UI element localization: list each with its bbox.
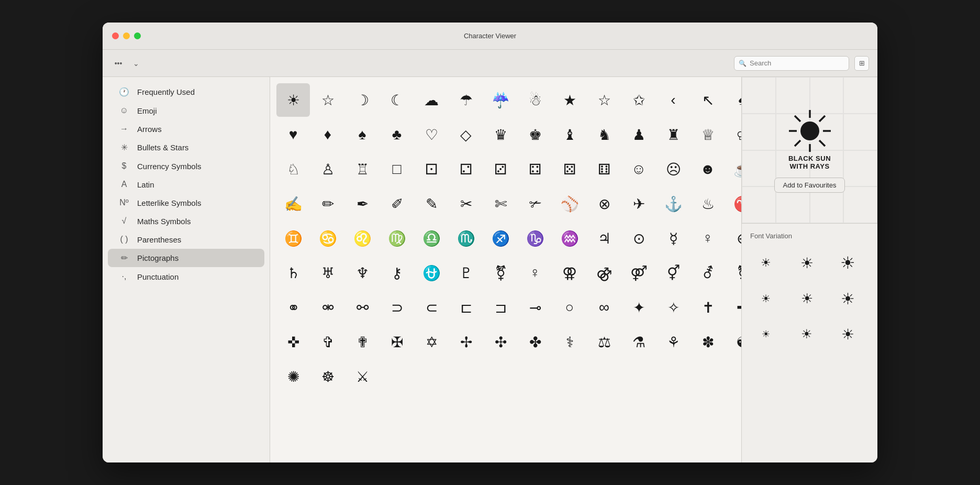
- char-cell[interactable]: ♅: [311, 256, 344, 290]
- char-cell[interactable]: ⚣: [587, 256, 621, 290]
- sidebar-item-pictographs[interactable]: ✏ Pictographs: [108, 249, 264, 267]
- char-cell[interactable]: ✦: [622, 291, 655, 324]
- char-cell[interactable]: ⚧: [484, 256, 517, 290]
- font-variation-item-3[interactable]: ☀: [750, 283, 782, 314]
- char-cell[interactable]: ♕: [691, 118, 725, 151]
- char-cell[interactable]: ○: [553, 291, 586, 324]
- char-cell[interactable]: ⚔: [346, 360, 379, 393]
- char-cell[interactable]: ⚖: [587, 325, 621, 359]
- char-cell[interactable]: ∞: [587, 291, 621, 324]
- char-cell[interactable]: ⊐: [484, 291, 517, 324]
- char-cell[interactable]: ⊗: [587, 187, 621, 221]
- char-cell[interactable]: ✎: [415, 187, 448, 221]
- chevron-button[interactable]: ⌄: [129, 56, 143, 71]
- char-cell[interactable]: ☿: [656, 222, 690, 255]
- char-cell[interactable]: ♊: [276, 222, 310, 255]
- char-cell[interactable]: ✺: [276, 360, 310, 393]
- char-cell[interactable]: ✈: [622, 187, 655, 221]
- char-cell[interactable]: ⚾: [553, 187, 586, 221]
- char-cell[interactable]: ☆: [311, 83, 344, 117]
- char-cell[interactable]: ♚: [518, 118, 552, 151]
- char-cell[interactable]: ⚢: [553, 256, 586, 290]
- char-cell[interactable]: ⚕: [553, 325, 586, 359]
- char-cell[interactable]: ⚄: [553, 152, 586, 186]
- char-cell[interactable]: ♙: [311, 152, 344, 186]
- char-cell[interactable]: ♀: [518, 256, 552, 290]
- more-button[interactable]: •••: [111, 56, 126, 71]
- char-cell[interactable]: ✂: [449, 187, 483, 221]
- char-cell[interactable]: ⚭: [276, 291, 310, 324]
- char-cell[interactable]: ♎: [415, 222, 448, 255]
- char-cell[interactable]: ♡: [415, 118, 448, 151]
- char-cell[interactable]: ‹: [656, 83, 690, 117]
- char-cell[interactable]: ⚁: [449, 152, 483, 186]
- char-cell[interactable]: ✜: [276, 325, 310, 359]
- char-cell[interactable]: ♟: [622, 118, 655, 151]
- char-cell[interactable]: ♨: [691, 187, 725, 221]
- sidebar-item-parentheses[interactable]: ( ) Parentheses: [108, 230, 264, 248]
- char-cell[interactable]: ⊃: [380, 291, 414, 324]
- char-cell[interactable]: ⚧: [726, 256, 741, 290]
- char-cell[interactable]: ⊏: [449, 291, 483, 324]
- char-cell[interactable]: ◇: [449, 118, 483, 151]
- char-cell[interactable]: ⛎: [415, 256, 448, 290]
- char-cell[interactable]: ✝: [691, 291, 725, 324]
- sidebar-item-frequently-used[interactable]: 🕐 Frequently Used: [108, 83, 264, 101]
- char-cell[interactable]: ⚀: [415, 152, 448, 186]
- char-cell[interactable]: ✐: [380, 187, 414, 221]
- font-variation-item-0[interactable]: ☀: [750, 247, 782, 279]
- char-cell[interactable]: ⊙: [622, 222, 655, 255]
- char-cell[interactable]: ↖: [691, 83, 725, 117]
- char-cell[interactable]: ☕: [726, 152, 741, 186]
- char-cell[interactable]: ✚: [726, 291, 741, 324]
- char-cell[interactable]: ⊕: [726, 222, 741, 255]
- char-cell[interactable]: ✧: [656, 291, 690, 324]
- char-cell[interactable]: ✣: [484, 325, 517, 359]
- maximize-button[interactable]: [134, 32, 141, 39]
- char-cell[interactable]: ✞: [311, 325, 344, 359]
- char-cell[interactable]: ✃: [518, 187, 552, 221]
- char-cell[interactable]: ✽: [691, 325, 725, 359]
- char-cell[interactable]: ☸: [311, 360, 344, 393]
- font-variation-item-7[interactable]: ☀: [791, 318, 822, 350]
- char-cell[interactable]: ♀: [691, 222, 725, 255]
- char-cell[interactable]: ☆: [587, 83, 621, 117]
- char-cell[interactable]: ⚅: [587, 152, 621, 186]
- char-cell[interactable]: ♏: [449, 222, 483, 255]
- char-grid-area[interactable]: ☀☆☽☾☁☂☔☃★☆✩‹↖♠♣♥♦♠♣♡◇♛♚♝♞♟♜♕♔♗♘♙♖□⚀⚁⚂⚃⚄⚅…: [270, 77, 741, 462]
- char-cell[interactable]: ☁: [415, 83, 448, 117]
- char-cell[interactable]: ⚓: [656, 187, 690, 221]
- font-variation-item-6[interactable]: ☀: [750, 318, 782, 350]
- sidebar-item-bullets-stars[interactable]: ✳ Bullets & Stars: [108, 138, 264, 157]
- char-cell[interactable]: ♌: [346, 222, 379, 255]
- char-cell[interactable]: ⚥: [656, 256, 690, 290]
- char-cell[interactable]: ♞: [587, 118, 621, 151]
- char-cell[interactable]: ♈: [726, 187, 741, 221]
- font-variation-item-2[interactable]: ☀: [832, 247, 864, 279]
- char-cell[interactable]: ⚘: [656, 325, 690, 359]
- grid-toggle-button[interactable]: ⊞: [854, 56, 869, 71]
- char-cell[interactable]: ♝: [553, 118, 586, 151]
- char-cell[interactable]: ⚗: [622, 325, 655, 359]
- sidebar-item-arrows[interactable]: → Arrows: [108, 120, 264, 138]
- char-cell[interactable]: ☻: [691, 152, 725, 186]
- char-cell[interactable]: ♠: [726, 83, 741, 117]
- sidebar-item-emoji[interactable]: ☺ Emoji: [108, 102, 264, 119]
- char-cell[interactable]: ♥: [276, 118, 310, 151]
- char-cell[interactable]: ⚦: [691, 256, 725, 290]
- char-cell[interactable]: ☯: [726, 325, 741, 359]
- font-variation-item-1[interactable]: ☀: [791, 247, 822, 279]
- char-cell[interactable]: ♆: [346, 256, 379, 290]
- char-cell[interactable]: ✒: [346, 187, 379, 221]
- char-cell[interactable]: ♠: [346, 118, 379, 151]
- char-cell[interactable]: ♣: [380, 118, 414, 151]
- char-cell[interactable]: ☽: [346, 83, 379, 117]
- char-cell[interactable]: ⚮: [311, 291, 344, 324]
- char-cell[interactable]: ♑: [518, 222, 552, 255]
- sidebar-item-letterlike[interactable]: Nº Letterlike Symbols: [108, 194, 264, 212]
- char-cell[interactable]: ♍: [380, 222, 414, 255]
- font-variation-item-5[interactable]: ☀: [832, 283, 864, 314]
- char-cell[interactable]: ⊂: [415, 291, 448, 324]
- char-cell[interactable]: ☾: [380, 83, 414, 117]
- char-cell[interactable]: ☔: [484, 83, 517, 117]
